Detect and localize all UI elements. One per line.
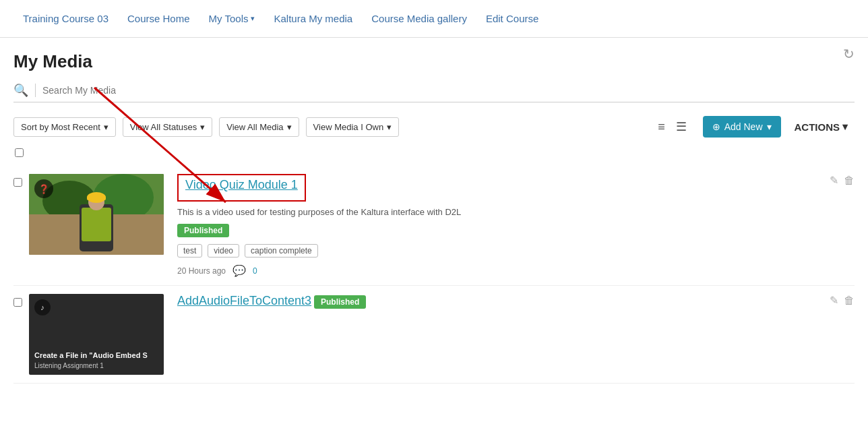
select-all-row: [13, 148, 855, 159]
audio-icon: ♪: [40, 303, 44, 311]
view-icons: ≡ ☰: [655, 117, 689, 137]
edit-icon-2[interactable]: ✎: [830, 294, 838, 307]
list-view-icon: ☰: [676, 120, 687, 133]
media-item-2-checkbox[interactable]: [13, 298, 22, 307]
media-item-1-description: This is a video used for testing purpose…: [177, 207, 823, 217]
add-new-icon: ⊕: [712, 121, 720, 132]
top-navigation: Training Course 03 Course Home My Tools …: [0, 0, 868, 38]
media-item-1: ❓ Video Quiz Module 1 This is a video us…: [13, 166, 855, 286]
owner-filter-btn[interactable]: View Media I Own ▾: [306, 117, 400, 137]
media-item-2-title-link[interactable]: AddAudioFileToContent3: [177, 294, 311, 308]
media-item-1-title-link[interactable]: Video Quiz Module 1: [185, 178, 298, 192]
svg-rect-8: [87, 196, 106, 200]
delete-icon[interactable]: 🗑: [844, 175, 855, 187]
media-item-2-actions: ✎ 🗑: [830, 294, 855, 307]
media-item-1-meta: 20 Hours ago 💬 0: [177, 264, 823, 277]
my-tools-chevron-icon: ▾: [251, 14, 255, 23]
sort-filter-btn[interactable]: Sort by Most Recent ▾: [13, 117, 116, 137]
search-divider: [35, 84, 36, 97]
media-item-1-actions: ✎ 🗑: [830, 174, 855, 187]
media-item-1-tags: test video caption complete: [177, 244, 823, 258]
delete-icon-2[interactable]: 🗑: [844, 295, 855, 307]
add-new-chevron-icon: ▾: [767, 121, 772, 132]
owner-chevron-icon: ▾: [387, 122, 392, 132]
media-item-1-info: Video Quiz Module 1 This is a video used…: [177, 174, 823, 277]
search-bar: 🔍: [13, 83, 855, 102]
actions-button[interactable]: ACTIONS ▾: [788, 117, 855, 137]
nav-my-tools[interactable]: My Tools ▾: [199, 0, 265, 37]
list-view-btn[interactable]: ☰: [673, 117, 689, 137]
audio-thumb-title: Create a File in "Audio Embed S: [34, 351, 148, 359]
tag-test[interactable]: test: [177, 244, 202, 258]
media-item-2: ♪ Create a File in "Audio Embed S Listen…: [13, 286, 855, 384]
nav-kaltura-my-media[interactable]: Kaltura My media: [264, 0, 362, 37]
media-item-1-time: 20 Hours ago: [177, 266, 226, 276]
select-all-checkbox[interactable]: [15, 148, 24, 157]
media-item-1-thumbnail[interactable]: ❓: [29, 174, 164, 255]
nav-course-home[interactable]: Course Home: [118, 0, 199, 37]
quiz-icon: ❓: [38, 184, 49, 194]
audio-thumb-subtitle: Listening Assignment 1: [34, 362, 104, 369]
search-input[interactable]: [42, 85, 245, 96]
status-chevron-icon: ▾: [200, 122, 205, 132]
media-item-1-checkbox[interactable]: [13, 178, 22, 187]
video-thumbnail-bg: ❓: [29, 174, 164, 255]
search-icon: 🔍: [13, 83, 28, 98]
edit-icon[interactable]: ✎: [830, 174, 838, 187]
media-chevron-icon: ▾: [287, 122, 292, 132]
sort-chevron-icon: ▾: [104, 122, 108, 132]
media-item-1-title-highlight: Video Quiz Module 1: [177, 174, 306, 202]
compact-view-icon: ≡: [658, 120, 665, 133]
comment-icon: 💬: [232, 264, 246, 277]
tag-caption-complete[interactable]: caption complete: [245, 244, 318, 258]
audio-thumbnail-bg: ♪ Create a File in "Audio Embed S Listen…: [29, 294, 164, 375]
media-item-2-info: AddAudioFileToContent3 Published: [177, 294, 823, 315]
media-item-1-comments[interactable]: 0: [253, 266, 257, 276]
status-filter-btn[interactable]: View All Statuses ▾: [123, 117, 212, 137]
media-item-2-status: Published: [314, 295, 366, 309]
page-title: My Media: [13, 51, 855, 72]
tag-video[interactable]: video: [208, 244, 239, 258]
audio-badge: ♪: [34, 299, 51, 315]
nav-edit-course[interactable]: Edit Course: [476, 0, 548, 37]
nav-course-media-gallery[interactable]: Course Media gallery: [362, 0, 476, 37]
media-list: ❓ Video Quiz Module 1 This is a video us…: [13, 166, 855, 384]
add-new-button[interactable]: ⊕ Add New ▾: [703, 116, 781, 138]
refresh-button[interactable]: ↻: [843, 46, 855, 62]
actions-chevron-icon: ▾: [842, 121, 848, 133]
svg-rect-5: [82, 208, 111, 241]
media-item-2-thumbnail[interactable]: ♪ Create a File in "Audio Embed S Listen…: [29, 294, 164, 375]
page-content: My Media ↻ 🔍 Sort by Most Recent ▾ View …: [0, 38, 868, 384]
refresh-icon: ↻: [843, 47, 855, 61]
nav-training-course[interactable]: Training Course 03: [13, 0, 118, 37]
media-filter-btn[interactable]: View All Media ▾: [219, 117, 299, 137]
filter-toolbar: Sort by Most Recent ▾ View All Statuses …: [13, 116, 855, 138]
compact-view-btn[interactable]: ≡: [655, 117, 668, 137]
quiz-badge: ❓: [34, 179, 53, 198]
media-item-1-status: Published: [177, 224, 229, 237]
